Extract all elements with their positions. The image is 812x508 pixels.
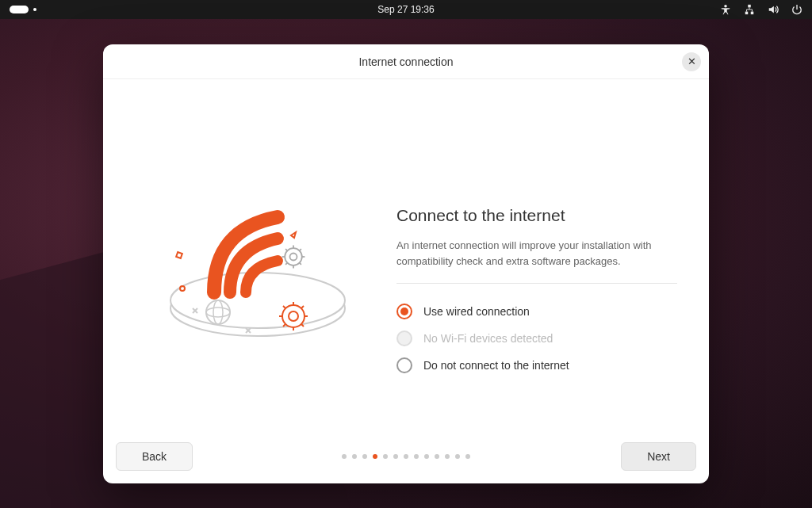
svg-point-0	[724, 5, 727, 8]
illustration-area	[135, 103, 381, 430]
window-title: Internet connection	[358, 55, 453, 68]
svg-line-15	[299, 262, 301, 265]
progress-dot	[455, 454, 460, 459]
progress-dot	[424, 454, 429, 459]
progress-dot	[404, 454, 408, 459]
svg-line-16	[285, 262, 288, 265]
next-button[interactable]: Next	[621, 442, 696, 471]
power-icon	[791, 4, 802, 15]
svg-rect-1	[748, 5, 751, 8]
system-menu[interactable]	[720, 4, 802, 15]
progress-dot	[445, 454, 450, 459]
close-icon: ✕	[688, 55, 696, 67]
content-area: Connect to the internet An internet conn…	[381, 103, 677, 430]
svg-line-14	[285, 249, 288, 251]
close-button[interactable]: ✕	[682, 52, 701, 71]
progress-dot	[342, 454, 347, 459]
progress-dot	[383, 454, 388, 459]
divider	[396, 283, 677, 284]
option-label: Use wired connection	[423, 305, 530, 318]
svg-rect-2	[745, 12, 749, 15]
radio-icon	[396, 357, 412, 373]
gnome-topbar: Sep 27 19:36	[0, 0, 812, 19]
progress-dot	[465, 454, 470, 459]
workspace-dot	[33, 8, 36, 11]
svg-line-17	[299, 249, 301, 251]
clock[interactable]: Sep 27 19:36	[377, 4, 434, 15]
progress-dot	[362, 454, 367, 459]
progress-indicator	[342, 454, 470, 459]
volume-icon	[768, 4, 779, 15]
radio-icon	[396, 304, 412, 319]
option-no-internet[interactable]: Do not connect to the internet	[396, 352, 677, 379]
connectivity-illustration	[155, 174, 361, 359]
option-label: Do not connect to the internet	[423, 359, 569, 372]
back-button[interactable]: Back	[116, 442, 193, 471]
accessibility-icon	[720, 4, 731, 15]
installer-window: Internet connection ✕	[103, 44, 709, 483]
network-wired-icon	[744, 4, 755, 15]
radio-icon	[396, 330, 412, 346]
option-label: No Wi-Fi devices detected	[423, 332, 553, 345]
progress-dot	[393, 454, 398, 459]
page-heading: Connect to the internet	[396, 206, 677, 225]
svg-rect-7	[176, 252, 182, 258]
window-footer: Back Next	[103, 430, 709, 483]
svg-point-28	[206, 300, 230, 324]
window-body: Connect to the internet An internet conn…	[103, 79, 709, 430]
svg-rect-3	[751, 12, 754, 15]
svg-point-18	[282, 305, 304, 327]
svg-point-5	[170, 273, 345, 328]
activities-area[interactable]	[10, 6, 36, 13]
option-wired[interactable]: Use wired connection	[396, 298, 677, 325]
activities-pill	[10, 6, 29, 13]
page-subtitle: An internet connection will improve your…	[396, 238, 677, 269]
window-header: Internet connection ✕	[103, 44, 709, 79]
progress-dot	[414, 454, 419, 459]
progress-dot-active	[373, 454, 377, 459]
progress-dot	[435, 454, 439, 459]
option-wifi: No Wi-Fi devices detected	[396, 325, 677, 352]
progress-dot	[352, 454, 357, 459]
